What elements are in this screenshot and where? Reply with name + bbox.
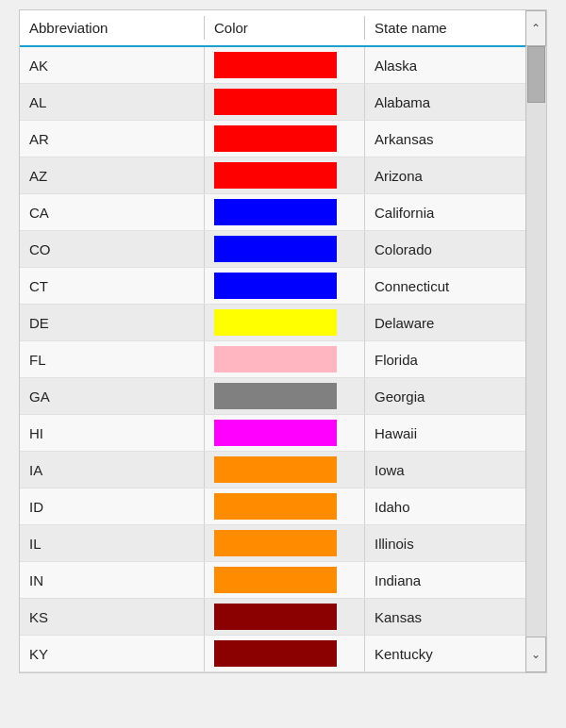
cell-color xyxy=(204,84,364,120)
states-table: Abbreviation Color State name AKAlaskaAL… xyxy=(19,9,547,673)
color-swatch xyxy=(214,52,337,78)
scrollbar-track[interactable] xyxy=(525,46,546,637)
table-row: CACalifornia xyxy=(20,194,525,231)
table-row: FLFlorida xyxy=(20,341,525,378)
cell-abbreviation: IA xyxy=(20,452,204,488)
table-row: KYKentucky xyxy=(20,636,525,672)
cell-state-name: Arkansas xyxy=(364,121,525,157)
cell-color xyxy=(204,305,364,340)
cell-color xyxy=(204,452,364,488)
color-swatch xyxy=(214,604,337,630)
cell-abbreviation: IN xyxy=(20,562,204,598)
color-swatch xyxy=(214,89,337,115)
header-color: Color xyxy=(204,16,364,40)
cell-abbreviation: KS xyxy=(20,599,204,635)
cell-abbreviation: CT xyxy=(20,268,204,304)
scrollbar-thumb[interactable] xyxy=(527,46,545,103)
cell-color xyxy=(204,415,364,451)
color-swatch xyxy=(214,383,337,409)
cell-abbreviation: GA xyxy=(20,378,204,414)
cell-abbreviation: KY xyxy=(20,636,204,671)
table-row: DEDelaware xyxy=(20,305,525,341)
cell-abbreviation: FL xyxy=(20,341,204,377)
cell-state-name: Kansas xyxy=(364,599,525,635)
cell-abbreviation: AZ xyxy=(20,157,204,193)
cell-state-name: Kentucky xyxy=(364,636,525,671)
cell-state-name: California xyxy=(364,194,525,230)
table-row: ILIllinois xyxy=(20,525,525,562)
table-row: GAGeorgia xyxy=(20,378,525,415)
table-row: CTConnecticut xyxy=(20,268,525,305)
color-swatch xyxy=(214,420,337,446)
scroll-down-button[interactable]: ⌄ xyxy=(525,637,546,672)
cell-color xyxy=(204,599,364,635)
cell-abbreviation: DE xyxy=(20,305,204,340)
color-swatch xyxy=(214,125,337,152)
table-row: HIHawaii xyxy=(20,415,525,452)
cell-state-name: Delaware xyxy=(364,305,525,340)
cell-state-name: Arizona xyxy=(364,157,525,193)
color-swatch xyxy=(214,567,337,593)
table-row: AKAlaska xyxy=(20,47,525,84)
cell-state-name: Colorado xyxy=(364,231,525,267)
table-row: AZArizona xyxy=(20,157,525,194)
cell-color xyxy=(204,636,364,671)
cell-color xyxy=(204,525,364,561)
table-row: COColorado xyxy=(20,231,525,268)
cell-color xyxy=(204,378,364,414)
color-swatch xyxy=(214,273,337,299)
cell-abbreviation: AL xyxy=(20,84,204,120)
cell-color xyxy=(204,47,364,83)
color-swatch xyxy=(214,346,337,372)
cell-abbreviation: HI xyxy=(20,415,204,451)
cell-color xyxy=(204,157,364,193)
cell-state-name: Alaska xyxy=(364,47,525,83)
cell-state-name: Alabama xyxy=(364,84,525,120)
color-swatch xyxy=(214,199,337,225)
cell-color xyxy=(204,562,364,598)
cell-abbreviation: CO xyxy=(20,231,204,267)
color-swatch xyxy=(214,493,337,520)
cell-state-name: Hawaii xyxy=(364,415,525,451)
table-row: KSKansas xyxy=(20,599,525,636)
cell-color xyxy=(204,341,364,377)
cell-color xyxy=(204,488,364,524)
table-row: IDIdaho xyxy=(20,488,525,525)
cell-abbreviation: AK xyxy=(20,47,204,83)
cell-abbreviation: ID xyxy=(20,488,204,524)
cell-abbreviation: CA xyxy=(20,194,204,230)
cell-state-name: Illinois xyxy=(364,525,525,561)
cell-color xyxy=(204,231,364,267)
cell-color xyxy=(204,268,364,304)
table-row: INIndiana xyxy=(20,562,525,599)
cell-abbreviation: AR xyxy=(20,121,204,157)
cell-color xyxy=(204,121,364,157)
cell-state-name: Georgia xyxy=(364,378,525,414)
scroll-up-button[interactable]: ⌃ xyxy=(525,10,546,46)
table-header: Abbreviation Color State name xyxy=(20,10,546,47)
cell-color xyxy=(204,194,364,230)
color-swatch xyxy=(214,162,337,189)
cell-abbreviation: IL xyxy=(20,525,204,561)
color-swatch xyxy=(214,640,337,667)
table-row: IAIowa xyxy=(20,452,525,488)
color-swatch xyxy=(214,530,337,556)
cell-state-name: Connecticut xyxy=(364,268,525,304)
color-swatch xyxy=(214,456,337,483)
color-swatch xyxy=(214,309,337,336)
cell-state-name: Florida xyxy=(364,341,525,377)
header-abbreviation: Abbreviation xyxy=(20,16,204,40)
color-swatch xyxy=(214,236,337,262)
cell-state-name: Idaho xyxy=(364,488,525,524)
table-row: ALAlabama xyxy=(20,84,525,121)
table-body: AKAlaskaALAlabamaARArkansasAZArizonaCACa… xyxy=(20,47,525,672)
header-state-name: State name xyxy=(364,16,546,40)
table-row: ARArkansas xyxy=(20,121,525,157)
cell-state-name: Indiana xyxy=(364,562,525,598)
cell-state-name: Iowa xyxy=(364,452,525,488)
